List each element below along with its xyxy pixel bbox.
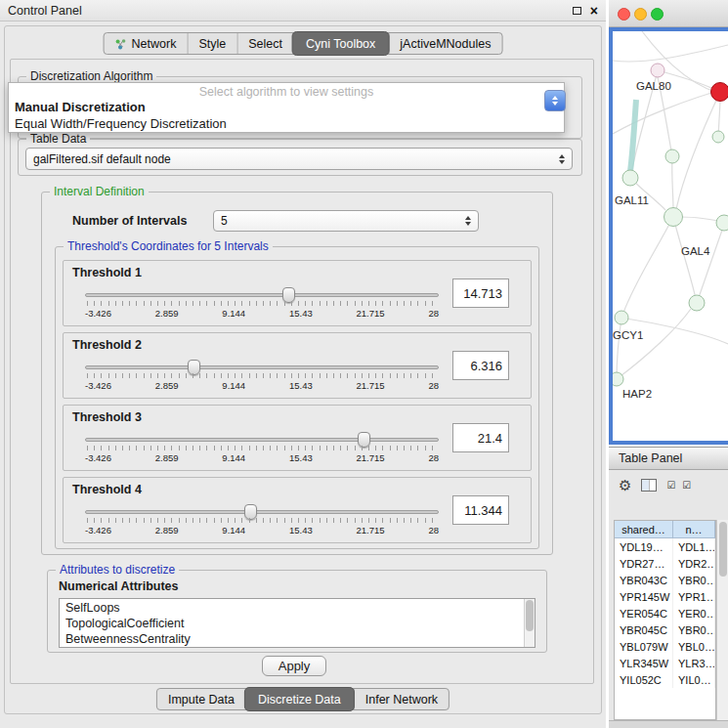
- threshold-1-value-field[interactable]: 14.713: [452, 278, 509, 308]
- node[interactable]: [712, 131, 724, 143]
- table-data-combobox[interactable]: galFiltered.sif default node: [25, 148, 573, 170]
- cell[interactable]: YDR2…: [673, 555, 715, 572]
- cell[interactable]: YPR145W: [615, 588, 673, 605]
- scale-tick-label: 15.43: [289, 452, 313, 463]
- table-panel-header[interactable]: Table Panel: [609, 447, 728, 470]
- tab-discretize-data[interactable]: Discretize Data: [244, 687, 355, 711]
- table-panel-title: Table Panel: [619, 451, 682, 465]
- number-of-intervals-combobox[interactable]: 5: [213, 210, 479, 232]
- tab-impute-data[interactable]: Impute Data: [157, 689, 245, 709]
- cell[interactable]: YBR043C: [615, 572, 673, 588]
- list-item[interactable]: SelfLoops: [65, 600, 529, 616]
- column-header-name[interactable]: n…: [673, 521, 715, 538]
- thresholds-group-title: Threshold's Coordinates for 5 Intervals: [64, 239, 273, 253]
- threshold-3-slider[interactable]: -3.426 2.859 9.144 15.43 21.715 28: [85, 431, 439, 468]
- cell[interactable]: YER0…: [673, 605, 715, 621]
- cell[interactable]: YER054C: [615, 605, 673, 621]
- table-scrollbar[interactable]: [716, 520, 728, 720]
- threshold-4-value-field[interactable]: 11.344: [452, 495, 509, 525]
- highlighted-edge[interactable]: [630, 100, 636, 171]
- network-view-frame: GAL80 GAL11 GAL4 GCY1 HAP2: [609, 27, 728, 445]
- threshold-1-slider[interactable]: -3.426 2.859 9.144 15.43 21.715 28: [85, 286, 439, 323]
- minimize-traffic-light[interactable]: [634, 8, 647, 21]
- scrollbar-thumb[interactable]: [719, 522, 727, 577]
- tab-label: Impute Data: [168, 693, 235, 707]
- apply-button[interactable]: Apply: [262, 656, 326, 676]
- node[interactable]: [665, 150, 679, 163]
- close-window-button[interactable]: ×: [590, 4, 598, 18]
- list-scrollbar[interactable]: [524, 599, 535, 647]
- scale-tick-label: 28: [428, 525, 439, 535]
- table-row[interactable]: YER054CYER0…: [615, 605, 715, 621]
- node-hap2[interactable]: [613, 372, 623, 386]
- cell[interactable]: YBR0…: [673, 572, 715, 588]
- arrow-down-icon: [552, 102, 558, 106]
- threshold-4-slider[interactable]: -3.426 2.859 9.144 15.43 21.715 28: [85, 503, 439, 540]
- scrollbar-thumb[interactable]: [526, 600, 534, 631]
- cell[interactable]: YLR3…: [673, 655, 715, 671]
- node-gal4[interactable]: [664, 208, 683, 227]
- network-window-titlebar[interactable]: [609, 0, 728, 27]
- node-gal80[interactable]: [651, 64, 664, 77]
- table-row[interactable]: YDR27…YDR2…: [615, 555, 715, 572]
- node-label: GAL11: [615, 194, 649, 206]
- table-row[interactable]: YBR045CYBR0…: [615, 621, 715, 638]
- cell[interactable]: YLR345W: [615, 655, 673, 671]
- tab-jactivemnodules[interactable]: jActiveMNodules: [388, 33, 501, 54]
- cell[interactable]: YBR045C: [615, 621, 673, 638]
- tab-label: Infer Network: [365, 693, 438, 707]
- node-gcy1[interactable]: [615, 311, 628, 324]
- table-row[interactable]: YDL19…YDL1…: [615, 538, 715, 555]
- tab-style[interactable]: Style: [187, 33, 236, 54]
- algorithm-option-manual[interactable]: Manual Discretization: [9, 99, 564, 115]
- threshold-4-label: Threshold 4: [72, 483, 142, 496]
- cell[interactable]: YDL1…: [673, 538, 715, 555]
- threshold-2-value-field[interactable]: 6.316: [452, 351, 509, 380]
- node-gal11[interactable]: [622, 170, 638, 186]
- table-row[interactable]: YBR043CYBR0…: [615, 572, 715, 588]
- close-traffic-light[interactable]: [618, 8, 630, 21]
- screen: Control Panel × Network Style Select: [0, 0, 728, 728]
- column-header-shared-name[interactable]: shared…: [615, 521, 673, 538]
- algorithm-option-equal-width[interactable]: Equal Width/Frequency Discretization: [9, 115, 564, 132]
- cell[interactable]: YBR0…: [673, 621, 715, 638]
- cell[interactable]: YBL0…: [673, 638, 715, 655]
- table-row[interactable]: YPR145WYPR1…: [615, 588, 715, 605]
- table-row[interactable]: YIL052CYIL0…: [615, 671, 715, 688]
- cell[interactable]: YDL19…: [615, 538, 673, 555]
- control-panel-titlebar[interactable]: Control Panel ×: [0, 0, 606, 21]
- cell[interactable]: YDR27…: [615, 555, 673, 572]
- network-canvas[interactable]: GAL80 GAL11 GAL4 GCY1 HAP2: [613, 31, 728, 441]
- threshold-2-slider[interactable]: -3.426 2.859 9.144 15.43 21.715 28: [85, 359, 439, 396]
- tab-cyni-toolbox[interactable]: Cyni Toolbox: [292, 31, 389, 56]
- cell[interactable]: YBL079W: [615, 638, 673, 655]
- cell[interactable]: YIL0…: [673, 671, 715, 688]
- list-item[interactable]: BetweennessCentrality: [65, 631, 529, 647]
- list-item[interactable]: TopologicalCoefficient: [65, 616, 529, 631]
- node[interactable]: [716, 215, 728, 231]
- columns-icon[interactable]: [641, 479, 657, 492]
- numerical-attributes-listbox[interactable]: SelfLoops TopologicalCoefficient Between…: [59, 598, 535, 648]
- tab-network[interactable]: Network: [105, 33, 188, 54]
- node-table[interactable]: shared… n… YDL19…YDL1… YDR27…YDR2… YBR04…: [614, 520, 716, 720]
- node-label: GAL80: [636, 80, 671, 92]
- node-selected-red[interactable]: [711, 83, 728, 102]
- table-row[interactable]: YLR345WYLR3…: [615, 655, 715, 671]
- tab-infer-network[interactable]: Infer Network: [354, 689, 449, 709]
- cell[interactable]: YPR1…: [673, 588, 715, 605]
- algorithm-combo-button[interactable]: [544, 90, 566, 111]
- float-window-button[interactable]: [573, 7, 581, 15]
- window-title: Control Panel: [8, 4, 82, 18]
- threshold-3-value-field[interactable]: 21.4: [452, 423, 509, 452]
- tab-select[interactable]: Select: [236, 33, 293, 54]
- tab-label: Network: [132, 37, 177, 51]
- zoom-traffic-light[interactable]: [651, 8, 664, 21]
- algorithm-placeholder-option[interactable]: Select algorithm to view settings: [9, 83, 564, 99]
- table-row[interactable]: YBL079WYBL0…: [615, 638, 715, 655]
- node[interactable]: [689, 295, 705, 311]
- cell[interactable]: YIL052C: [615, 671, 673, 688]
- scale-tick-label: 9.144: [222, 380, 245, 391]
- gear-icon[interactable]: ⚙: [619, 478, 631, 492]
- scale-tick-label: 9.144: [222, 308, 245, 319]
- select-columns-icon[interactable]: ☑ ☑: [666, 480, 693, 491]
